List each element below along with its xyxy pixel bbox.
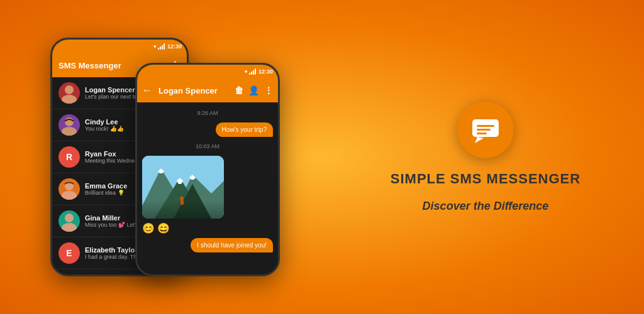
status-bar-front: ▾ 12:30 xyxy=(137,65,278,78)
avatar xyxy=(58,274,80,276)
svg-point-1 xyxy=(62,95,77,104)
app-bar-front: ← Logan Spencer 🗑 👤 ⋮ xyxy=(137,78,278,102)
app-title-back: SMS Messenger xyxy=(58,61,121,70)
wifi-icon: ▾ xyxy=(153,43,157,50)
chat-body: 9:26 AM How's your trip? 10:03 AM xyxy=(137,102,278,276)
time-label-2: 10:03 AM xyxy=(142,143,273,149)
emoji-row: 😊 😄 xyxy=(142,222,273,234)
svg-marker-25 xyxy=(475,137,484,143)
svg-point-6 xyxy=(65,214,74,222)
chat-contact-name: Logan Spencer xyxy=(158,86,231,95)
avatar xyxy=(58,82,80,104)
message-bubble: How's your trip? xyxy=(216,122,273,137)
avatar: R xyxy=(58,146,80,168)
add-person-icon[interactable]: 👤 xyxy=(248,85,259,95)
avatar xyxy=(58,210,80,232)
back-button[interactable]: ← xyxy=(142,85,152,96)
image-overlay xyxy=(142,200,224,219)
svg-point-5 xyxy=(62,191,77,200)
svg-point-7 xyxy=(62,223,77,232)
status-bar-back: ▾ 12:30 xyxy=(52,40,187,53)
right-panel: SIMPLE SMS MESSENGER Discover the Differ… xyxy=(340,102,606,213)
time-label-1: 9:26 AM xyxy=(142,110,273,116)
phones-container: ▾ 12:30 SMS Messenger ⋮ xyxy=(38,13,340,301)
menu-icon-front[interactable]: ⋮ xyxy=(264,85,273,95)
svg-rect-26 xyxy=(477,125,494,127)
time-back: 12:30 xyxy=(167,43,182,50)
signal-icons-front: ▾ xyxy=(245,68,256,75)
app-subtitle: Discover the Difference xyxy=(423,200,549,213)
svg-point-0 xyxy=(65,85,74,94)
message-bubble-2: I should have joined you! xyxy=(191,238,273,252)
signal-icons-back: ▾ xyxy=(153,43,165,50)
svg-rect-27 xyxy=(477,129,491,131)
chat-action-icons: 🗑 👤 ⋮ xyxy=(235,85,273,95)
svg-rect-28 xyxy=(477,133,487,134)
delete-icon[interactable]: 🗑 xyxy=(235,85,243,95)
time-front: 12:30 xyxy=(258,68,273,75)
avatar xyxy=(58,178,80,200)
phone-front: ▾ 12:30 ← Logan Spencer 🗑 👤 ⋮ 9:26 AM Ho… xyxy=(135,63,280,276)
avatar xyxy=(58,114,80,136)
avatar: E xyxy=(58,242,80,264)
wifi-icon-front: ▾ xyxy=(245,68,248,75)
logo-circle xyxy=(457,102,514,158)
emoji-grin: 😄 xyxy=(157,222,170,234)
app-main-title: SIMPLE SMS MESSENGER xyxy=(391,171,580,187)
message-icon xyxy=(470,114,501,146)
svg-point-3 xyxy=(62,127,77,136)
chat-image[interactable] xyxy=(142,156,224,219)
emoji-smile: 😊 xyxy=(142,222,155,234)
signal-bar-back xyxy=(158,43,165,50)
signal-bar-front xyxy=(249,68,256,75)
